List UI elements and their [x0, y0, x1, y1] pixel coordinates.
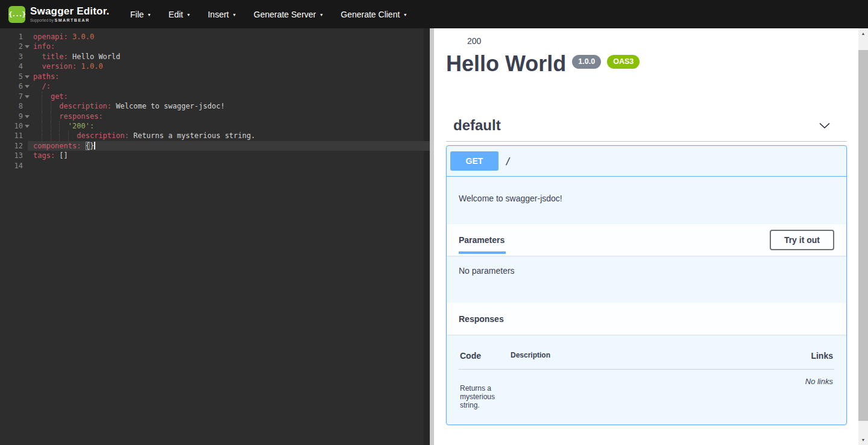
caret-down-icon: ▾ [404, 12, 406, 17]
method-badge: GET [450, 151, 498, 171]
responses-table: CodeDescriptionLinks 200Returns a myster… [447, 335, 846, 424]
line-number: 6 [0, 81, 23, 91]
chevron-down-icon[interactable] [818, 119, 831, 131]
editor-line-11[interactable]: 11 description: Returns a mysterious str… [0, 131, 430, 140]
swagger-editor-app: {...} Swagger Editor. Supported by SMART… [0, 0, 868, 445]
code-text: description: Returns a mysterious string… [33, 131, 255, 140]
response-code: 200 [467, 28, 481, 46]
code-text: '200': [33, 121, 94, 131]
fold-toggle-icon[interactable] [25, 95, 30, 98]
opblock-get: GET / Welcome to swagger-jsdoc! Paramete… [446, 145, 847, 425]
swagger-ui-preview: Hello World 1.0.0 OAS3 default GET / Wel… [434, 28, 858, 445]
oas3-badge: OAS3 [607, 55, 640, 69]
fold-toggle-icon[interactable] [25, 115, 30, 118]
tag-name: default [453, 117, 501, 134]
responses-col-header-links: Links [811, 351, 833, 361]
line-number: 8 [0, 101, 23, 111]
menu-label: Edit [169, 10, 183, 19]
responses-col-header-description: Description [511, 351, 811, 361]
tagline-brand: SMARTBEAR [54, 18, 89, 22]
code-text: version: 1.0.0 [33, 62, 103, 71]
line-number: 10 [0, 121, 23, 131]
menu-label: Insert [208, 10, 229, 19]
responses-table-rows: 200Returns a mysterious string.No links [459, 370, 834, 409]
responses-title: Responses [459, 314, 504, 324]
editor-line-2[interactable]: 2info: [0, 42, 430, 51]
editor-line-13[interactable]: 13tags: [] [0, 151, 430, 160]
preview-scrollbar[interactable]: ▲ ▼ [858, 28, 868, 445]
line-number: 13 [0, 151, 23, 160]
operation-path: / [505, 156, 511, 167]
version-badge: 1.0.0 [572, 55, 601, 69]
menu-label: File [130, 10, 144, 19]
tagline-prefix: Supported by [30, 18, 54, 22]
caret-down-icon: ▾ [148, 12, 151, 17]
api-title: Hello World 1.0.0 OAS3 [446, 53, 858, 75]
code-text: openapi: 3.0.0 [33, 32, 94, 42]
top-bar: {...} Swagger Editor. Supported by SMART… [0, 0, 868, 28]
code-text: description: Welcome to swagger-jsdoc! [33, 101, 225, 111]
line-number: 14 [0, 161, 23, 171]
editor-line-7[interactable]: 7 get: [0, 92, 430, 101]
menu-generate-client[interactable]: Generate Client▾ [341, 10, 406, 19]
try-it-out-button[interactable]: Try it out [770, 230, 834, 250]
tag-section-default[interactable]: default [446, 117, 847, 142]
editor-line-1[interactable]: 1openapi: 3.0.0 [0, 32, 430, 42]
code-text: info: [33, 42, 55, 51]
scroll-up-arrow-icon[interactable]: ▲ [858, 28, 868, 39]
editor-line-9[interactable]: 9 responses: [0, 112, 430, 121]
caret-down-icon: ▾ [233, 12, 236, 17]
fold-toggle-icon[interactable] [25, 45, 30, 48]
responses-table-head: CodeDescriptionLinks [459, 342, 834, 370]
response-links: No links [805, 370, 833, 409]
line-number: 2 [0, 42, 23, 51]
no-parameters-text: No parameters [459, 266, 515, 276]
tab-parameters[interactable]: Parameters [459, 224, 505, 256]
fold-toggle-icon[interactable] [25, 75, 30, 78]
line-number: 7 [0, 92, 23, 101]
fold-toggle-icon[interactable] [25, 125, 30, 128]
fold-toggle-icon[interactable] [25, 85, 30, 88]
code-text: paths: [33, 72, 59, 81]
line-number: 11 [0, 131, 23, 140]
code-text: title: Hello World [33, 52, 121, 62]
code-text: components: {} [33, 141, 95, 151]
line-number: 4 [0, 62, 23, 71]
parameters-body: No parameters [447, 256, 846, 303]
editor-line-4[interactable]: 4 version: 1.0.0 [0, 62, 430, 71]
scroll-down-arrow-icon[interactable]: ▼ [858, 435, 868, 445]
editor-line-6[interactable]: 6 /: [0, 81, 430, 91]
menu-insert[interactable]: Insert▾ [208, 10, 236, 19]
editor-line-3[interactable]: 3 title: Hello World [0, 52, 430, 62]
code-text: /: [33, 81, 51, 91]
brand-tagline: Supported by SMARTBEAR [30, 18, 109, 23]
brand-name: Swagger Editor. [30, 6, 109, 16]
scrollbar-thumb[interactable] [858, 50, 868, 421]
response-row: 200Returns a mysterious string.No links [459, 370, 834, 409]
menu-edit[interactable]: Edit▾ [169, 10, 190, 19]
editor-line-5[interactable]: 5paths: [0, 72, 430, 81]
caret-down-icon: ▾ [320, 12, 322, 17]
menu-file[interactable]: File▾ [130, 10, 151, 19]
pane-splitter[interactable] [430, 28, 434, 445]
api-title-text: Hello World [446, 53, 566, 75]
editor-line-14[interactable]: 14 [0, 161, 430, 171]
text-cursor [94, 142, 95, 150]
caret-down-icon: ▾ [187, 12, 190, 17]
line-number: 12 [0, 141, 23, 151]
line-number: 9 [0, 112, 23, 121]
menu-bar: File▾Edit▾Insert▾Generate Server▾Generat… [130, 10, 406, 19]
operation-summary[interactable]: GET / [447, 146, 846, 177]
operation-description: Welcome to swagger-jsdoc! [447, 177, 846, 224]
editor-line-8[interactable]: 8 description: Welcome to swagger-jsdoc! [0, 101, 430, 111]
line-number: 5 [0, 72, 23, 81]
brand: {...} Swagger Editor. Supported by SMART… [8, 6, 123, 23]
menu-label: Generate Server [254, 10, 316, 19]
line-number: 3 [0, 52, 23, 62]
code-editor[interactable]: 1openapi: 3.0.02info:3 title: Hello Worl… [0, 28, 430, 445]
menu-generate-server[interactable]: Generate Server▾ [254, 10, 323, 19]
editor-line-12[interactable]: 12components: {} [0, 141, 430, 151]
editor-line-10[interactable]: 10 '200': [0, 121, 430, 131]
code-text: responses: [33, 112, 103, 121]
code-text: tags: [] [33, 151, 68, 160]
